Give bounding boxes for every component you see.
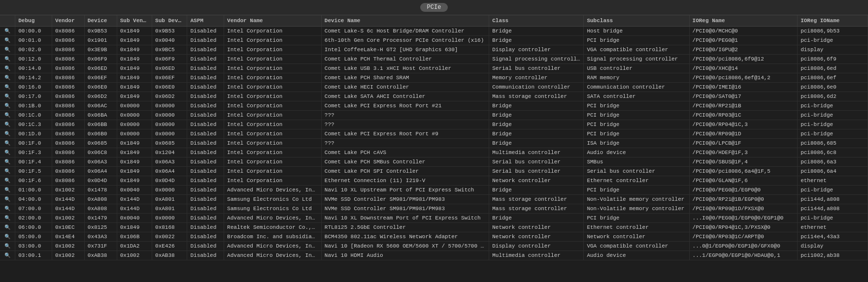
cell-subven: 0x1849	[117, 36, 152, 45]
table-row[interactable]: 🔍00:01.00x80860x19010x18490x0040Disabled…	[0, 36, 868, 45]
table-row[interactable]: 🔍01:00.00x10020x14780x00400x0000Disabled…	[0, 186, 868, 195]
cell-ioregion: pci144d,a808	[798, 204, 868, 214]
table-row[interactable]: 🔍00:1D.00x80860x06B00x00000x0000Disabled…	[0, 129, 868, 139]
search-icon[interactable]: 🔍	[0, 129, 15, 139]
table-row[interactable]: 🔍00:1C.00x80860x06BA0x00000x0000Disabled…	[0, 111, 868, 120]
cell-aspm: Disabled	[187, 148, 224, 157]
table-row[interactable]: 🔍05:00.00x14E40x43A30x106B0x0022Disabled…	[0, 232, 868, 242]
search-icon[interactable]: 🔍	[0, 92, 15, 101]
cell-device: 0xAB38	[84, 251, 117, 260]
cell-devname: BCM4350 802.11ac Wireless Network Adapte…	[321, 232, 489, 242]
cell-debug: 00:1F.4	[15, 157, 52, 167]
search-icon[interactable]: 🔍	[0, 167, 15, 176]
cell-ioreg: /PCI0@0/MCHC@0	[689, 27, 798, 36]
search-icon[interactable]: 🔍	[0, 36, 15, 45]
cell-debug: 00:1F.5	[15, 167, 52, 176]
search-icon[interactable]: 🔍	[0, 251, 15, 260]
table-row[interactable]: 🔍02:00.00x10020x14790x00400x0000Disabled…	[0, 214, 868, 223]
table-row[interactable]: 🔍00:02.00x80860x3E9B0x18490x9BC5Disabled…	[0, 45, 868, 55]
search-icon[interactable]: 🔍	[0, 55, 15, 64]
table-row[interactable]: 🔍00:14.00x80860x06ED0x18490x06EDDisabled…	[0, 64, 868, 73]
table-row[interactable]: 🔍00:1F.40x80860x06A30x18490x06A3Disabled…	[0, 157, 868, 167]
cell-ioreg: /PCI0@0/PEG0@1	[689, 36, 798, 45]
cell-vendor: 0x8086	[52, 73, 84, 83]
table-row[interactable]: 🔍00:00.00x80860x9B530x18490x9B53Disabled…	[0, 27, 868, 36]
cell-device: 0x06A4	[84, 167, 117, 176]
cell-debug: 00:12.0	[15, 55, 52, 64]
cell-debug: 00:1D.0	[15, 129, 52, 139]
search-icon[interactable]: 🔍	[0, 214, 15, 223]
cell-class: Serial bus controller	[489, 64, 584, 73]
col-header-subclass: Subclass	[584, 15, 689, 27]
cell-ioregion: pci8086,9b53	[798, 27, 868, 36]
table-row[interactable]: 🔍03:00.00x10020x731F0x1DA20xE426Disabled…	[0, 242, 868, 251]
cell-subdev: 0x06A4	[152, 167, 187, 176]
search-icon[interactable]: 🔍	[0, 27, 15, 36]
table-row[interactable]: 🔍04:00.00x144D0xA8080x144D0xA801Disabled…	[0, 195, 868, 204]
table-row[interactable]: 🔍00:1F.30x80860x06C80x18490x1204Disabled…	[0, 148, 868, 157]
table-row[interactable]: 🔍00:16.00x80860x06E00x18490x06E0Disabled…	[0, 83, 868, 92]
search-icon[interactable]: 🔍	[0, 45, 15, 55]
search-icon[interactable]: 🔍	[0, 64, 15, 73]
table-row[interactable]: 🔍00:14.20x80860x06EF0x18490x06EFDisabled…	[0, 73, 868, 83]
cell-subclass: Communication controller	[584, 83, 689, 92]
cell-ioreg: /PCI0@0/RP09@1D/PXSX@0	[689, 204, 798, 214]
cell-device: 0x06AC	[84, 101, 117, 111]
cell-aspm: Disabled	[187, 223, 224, 232]
cell-device: 0x06C8	[84, 148, 117, 157]
table-row[interactable]: 🔍00:12.00x80860x06F90x18490x06F9Disabled…	[0, 55, 868, 64]
cell-aspm: Disabled	[187, 129, 224, 139]
cell-vendname: Intel Corporation	[224, 111, 322, 120]
cell-subdev: 0x0000	[152, 101, 187, 111]
table-row[interactable]: 🔍00:17.00x80860x06D20x18490x06D2Disabled…	[0, 92, 868, 101]
table-container[interactable]: DebugVendorDeviceSub Ven...Sub Devi...AS…	[0, 15, 868, 280]
table-row[interactable]: 🔍06:00.00x10EC0x81250x18490x8168Disabled…	[0, 223, 868, 232]
search-icon[interactable]: 🔍	[0, 232, 15, 242]
search-icon[interactable]: 🔍	[0, 139, 15, 148]
cell-subclass: Signal processing controller	[584, 55, 689, 64]
cell-subven: 0x1849	[117, 176, 152, 186]
search-icon[interactable]: 🔍	[0, 204, 15, 214]
search-icon[interactable]: 🔍	[0, 242, 15, 251]
table-row[interactable]: 🔍00:1B.00x80860x06AC0x00000x0000Disabled…	[0, 101, 868, 111]
cell-class: Network controller	[489, 176, 584, 186]
cell-vendname: Intel Corporation	[224, 55, 322, 64]
search-icon[interactable]: 🔍	[0, 73, 15, 83]
cell-subven: 0x1849	[117, 73, 152, 83]
cell-class: Mass storage controller	[489, 204, 584, 214]
table-row[interactable]: 🔍00:1F.50x80860x06A40x18490x06A4Disabled…	[0, 167, 868, 176]
cell-vendname: Intel Corporation	[224, 64, 322, 73]
cell-class: Communication controller	[489, 83, 584, 92]
cell-subven: 0x0000	[117, 129, 152, 139]
cell-ioregion: pci8086,6ef	[798, 73, 868, 83]
cell-debug: 04:00.0	[15, 195, 52, 204]
cell-ioregion: pci-bridge	[798, 120, 868, 129]
search-icon[interactable]: 🔍	[0, 186, 15, 195]
cell-debug: 00:14.2	[15, 73, 52, 83]
search-icon[interactable]: 🔍	[0, 195, 15, 204]
search-icon[interactable]: 🔍	[0, 223, 15, 232]
cell-subdev: 0x0000	[152, 186, 187, 195]
table-row[interactable]: 🔍00:1F.00x80860x06850x18490x0685Disabled…	[0, 139, 868, 148]
cell-device: 0x06A3	[84, 157, 117, 167]
cell-subdev: 0x0D4D	[152, 176, 187, 186]
cell-vendor: 0x1002	[52, 214, 84, 223]
table-row[interactable]: 🔍03:00.10x10020xAB380x10020xAB38Disabled…	[0, 251, 868, 260]
search-icon[interactable]: 🔍	[0, 148, 15, 157]
table-row[interactable]: 🔍00:1C.30x80860x06BB0x00000x0000Disabled…	[0, 120, 868, 129]
cell-vendname: Intel Corporation	[224, 83, 322, 92]
search-icon[interactable]: 🔍	[0, 176, 15, 186]
cell-class: Display controller	[489, 45, 584, 55]
cell-ioreg: /PCI0@0/GLAN@1F,6	[689, 176, 798, 186]
cell-ioregion: pci1002,ab38	[798, 251, 868, 260]
search-icon[interactable]: 🔍	[0, 101, 15, 111]
search-icon[interactable]: 🔍	[0, 157, 15, 167]
search-icon[interactable]: 🔍	[0, 111, 15, 120]
cell-subclass: VGA compatible controller	[584, 242, 689, 251]
search-icon[interactable]: 🔍	[0, 120, 15, 129]
cell-subven: 0x1849	[117, 139, 152, 148]
table-row[interactable]: 🔍07:00.00x144D0xA8080x144D0xA801Disabled…	[0, 204, 868, 214]
table-row[interactable]: 🔍00:1F.60x80860x0D4D0x18490x0D4DDisabled…	[0, 176, 868, 186]
cell-device: 0x06E0	[84, 83, 117, 92]
search-icon[interactable]: 🔍	[0, 83, 15, 92]
